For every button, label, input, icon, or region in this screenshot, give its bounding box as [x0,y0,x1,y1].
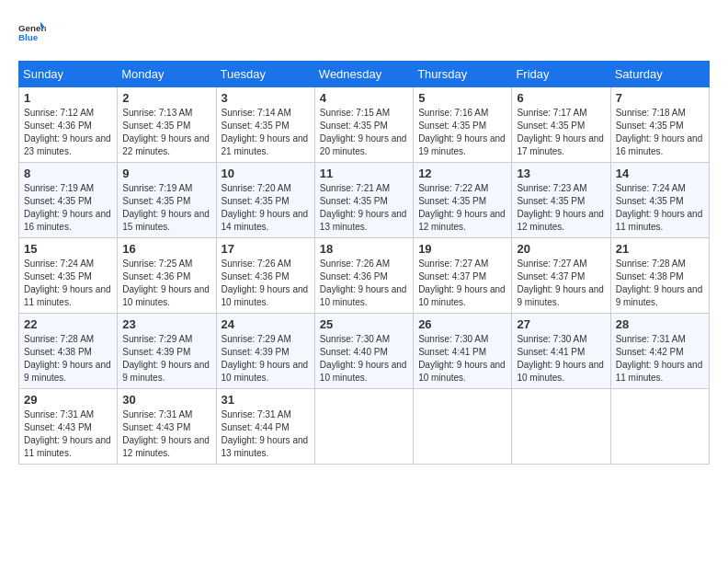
calendar-day-cell: 17 Sunrise: 7:26 AM Sunset: 4:36 PM Dayl… [216,238,314,314]
weekday-header-tuesday: Tuesday [216,62,314,87]
calendar-day-cell [610,389,709,465]
day-number: 16 [122,242,210,256]
calendar-day-cell: 23 Sunrise: 7:29 AM Sunset: 4:39 PM Dayl… [118,314,216,389]
calendar-day-cell: 16 Sunrise: 7:25 AM Sunset: 4:36 PM Dayl… [118,238,216,314]
day-number: 14 [616,167,704,180]
weekday-header-friday: Friday [512,62,610,87]
calendar-day-cell: 2 Sunrise: 7:13 AM Sunset: 4:35 PM Dayli… [118,87,216,163]
weekday-header-saturday: Saturday [610,62,709,87]
day-number: 18 [320,242,408,256]
day-number: 4 [320,91,408,105]
day-number: 30 [122,393,210,407]
day-number: 19 [418,242,506,256]
day-info: Sunrise: 7:20 AM Sunset: 4:35 PM Dayligh… [222,182,310,234]
day-info: Sunrise: 7:26 AM Sunset: 4:36 PM Dayligh… [222,258,310,309]
day-info: Sunrise: 7:31 AM Sunset: 4:42 PM Dayligh… [616,333,704,385]
day-number: 5 [418,91,506,105]
calendar-day-cell [512,389,610,465]
calendar-day-cell: 9 Sunrise: 7:19 AM Sunset: 4:35 PM Dayli… [118,163,216,238]
calendar-day-cell [414,389,512,465]
calendar-day-cell: 1 Sunrise: 7:12 AM Sunset: 4:36 PM Dayli… [19,87,118,163]
weekday-header-sunday: Sunday [19,62,118,87]
svg-text:Blue: Blue [18,32,39,42]
day-info: Sunrise: 7:27 AM Sunset: 4:37 PM Dayligh… [517,258,605,309]
calendar-day-cell: 29 Sunrise: 7:31 AM Sunset: 4:43 PM Dayl… [19,389,118,465]
weekday-header-wednesday: Wednesday [314,62,413,87]
day-number: 28 [616,317,704,331]
day-number: 24 [222,317,310,331]
calendar-day-cell: 27 Sunrise: 7:30 AM Sunset: 4:41 PM Dayl… [512,314,610,389]
weekday-header-monday: Monday [118,62,216,87]
day-info: Sunrise: 7:19 AM Sunset: 4:35 PM Dayligh… [24,182,112,234]
day-number: 27 [517,317,605,331]
day-number: 29 [24,393,112,407]
day-info: Sunrise: 7:22 AM Sunset: 4:35 PM Dayligh… [418,182,506,234]
day-number: 8 [24,167,112,180]
day-info: Sunrise: 7:30 AM Sunset: 4:41 PM Dayligh… [517,333,605,385]
day-info: Sunrise: 7:18 AM Sunset: 4:35 PM Dayligh… [616,107,704,158]
day-info: Sunrise: 7:16 AM Sunset: 4:35 PM Dayligh… [418,107,506,158]
calendar-day-cell: 15 Sunrise: 7:24 AM Sunset: 4:35 PM Dayl… [19,238,118,314]
day-number: 20 [517,242,605,256]
calendar-day-cell: 19 Sunrise: 7:27 AM Sunset: 4:37 PM Dayl… [414,238,512,314]
day-info: Sunrise: 7:24 AM Sunset: 4:35 PM Dayligh… [616,182,704,234]
day-number: 3 [222,91,310,105]
calendar-day-cell: 5 Sunrise: 7:16 AM Sunset: 4:35 PM Dayli… [414,87,512,163]
calendar-day-cell: 12 Sunrise: 7:22 AM Sunset: 4:35 PM Dayl… [414,163,512,238]
calendar-day-cell: 31 Sunrise: 7:31 AM Sunset: 4:44 PM Dayl… [216,389,314,465]
day-info: Sunrise: 7:19 AM Sunset: 4:35 PM Dayligh… [122,182,210,234]
calendar-day-cell: 14 Sunrise: 7:24 AM Sunset: 4:35 PM Dayl… [610,163,709,238]
calendar-day-cell: 6 Sunrise: 7:17 AM Sunset: 4:35 PM Dayli… [512,87,610,163]
weekday-header-thursday: Thursday [414,62,512,87]
day-info: Sunrise: 7:30 AM Sunset: 4:41 PM Dayligh… [418,333,506,385]
day-number: 2 [122,91,210,105]
logo: General Blue [18,18,50,46]
day-info: Sunrise: 7:14 AM Sunset: 4:35 PM Dayligh… [222,107,310,158]
calendar-day-cell: 3 Sunrise: 7:14 AM Sunset: 4:35 PM Dayli… [216,87,314,163]
calendar-day-cell: 28 Sunrise: 7:31 AM Sunset: 4:42 PM Dayl… [610,314,709,389]
calendar-day-cell: 13 Sunrise: 7:23 AM Sunset: 4:35 PM Dayl… [512,163,610,238]
day-number: 13 [517,167,605,180]
page-header: General Blue [18,18,710,46]
day-info: Sunrise: 7:29 AM Sunset: 4:39 PM Dayligh… [222,333,310,385]
day-number: 23 [122,317,210,331]
day-info: Sunrise: 7:31 AM Sunset: 4:44 PM Dayligh… [222,408,310,460]
day-info: Sunrise: 7:30 AM Sunset: 4:40 PM Dayligh… [320,333,408,385]
day-info: Sunrise: 7:21 AM Sunset: 4:35 PM Dayligh… [320,182,408,234]
day-number: 1 [24,91,112,105]
day-number: 17 [222,242,310,256]
day-info: Sunrise: 7:31 AM Sunset: 4:43 PM Dayligh… [24,408,112,460]
day-info: Sunrise: 7:28 AM Sunset: 4:38 PM Dayligh… [24,333,112,385]
day-number: 10 [222,167,310,180]
calendar-day-cell: 8 Sunrise: 7:19 AM Sunset: 4:35 PM Dayli… [19,163,118,238]
calendar-day-cell: 18 Sunrise: 7:26 AM Sunset: 4:36 PM Dayl… [314,238,413,314]
calendar-day-cell: 25 Sunrise: 7:30 AM Sunset: 4:40 PM Dayl… [314,314,413,389]
calendar-week-row: 15 Sunrise: 7:24 AM Sunset: 4:35 PM Dayl… [19,238,710,314]
logo-icon: General Blue [18,18,46,46]
day-number: 21 [616,242,704,256]
calendar-table: SundayMondayTuesdayWednesdayThursdayFrid… [18,61,710,465]
calendar-week-row: 8 Sunrise: 7:19 AM Sunset: 4:35 PM Dayli… [19,163,710,238]
day-number: 9 [122,167,210,180]
calendar-day-cell: 22 Sunrise: 7:28 AM Sunset: 4:38 PM Dayl… [19,314,118,389]
day-number: 11 [320,167,408,180]
day-info: Sunrise: 7:29 AM Sunset: 4:39 PM Dayligh… [122,333,210,385]
weekday-header-row: SundayMondayTuesdayWednesdayThursdayFrid… [19,62,710,87]
calendar-day-cell: 26 Sunrise: 7:30 AM Sunset: 4:41 PM Dayl… [414,314,512,389]
day-info: Sunrise: 7:26 AM Sunset: 4:36 PM Dayligh… [320,258,408,309]
day-number: 7 [616,91,704,105]
day-number: 22 [24,317,112,331]
calendar-day-cell: 11 Sunrise: 7:21 AM Sunset: 4:35 PM Dayl… [314,163,413,238]
day-info: Sunrise: 7:25 AM Sunset: 4:36 PM Dayligh… [122,258,210,309]
day-number: 31 [222,393,310,407]
calendar-day-cell: 21 Sunrise: 7:28 AM Sunset: 4:38 PM Dayl… [610,238,709,314]
calendar-day-cell: 30 Sunrise: 7:31 AM Sunset: 4:43 PM Dayl… [118,389,216,465]
day-number: 15 [24,242,112,256]
day-info: Sunrise: 7:12 AM Sunset: 4:36 PM Dayligh… [24,107,112,158]
calendar-week-row: 1 Sunrise: 7:12 AM Sunset: 4:36 PM Dayli… [19,87,710,163]
calendar-day-cell [314,389,413,465]
day-info: Sunrise: 7:28 AM Sunset: 4:38 PM Dayligh… [616,258,704,309]
day-info: Sunrise: 7:13 AM Sunset: 4:35 PM Dayligh… [122,107,210,158]
calendar-day-cell: 24 Sunrise: 7:29 AM Sunset: 4:39 PM Dayl… [216,314,314,389]
day-info: Sunrise: 7:17 AM Sunset: 4:35 PM Dayligh… [517,107,605,158]
